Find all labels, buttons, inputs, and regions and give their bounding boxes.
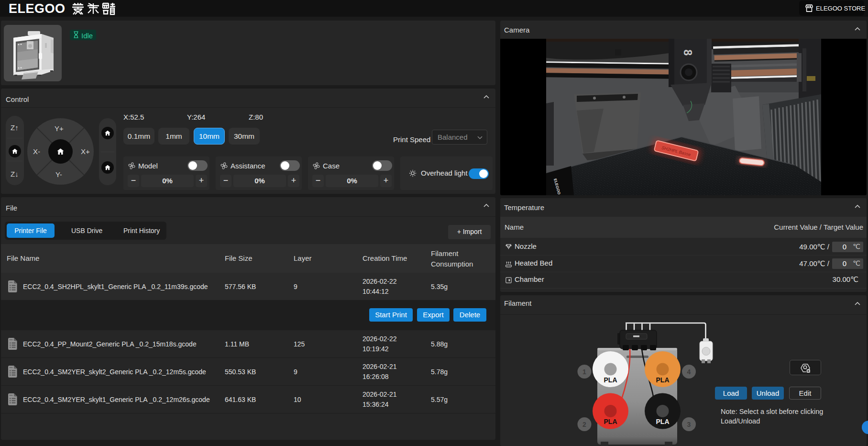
svg-text:4: 4 — [687, 368, 691, 376]
svg-text:PLA: PLA — [656, 418, 670, 425]
svg-text:2: 2 — [582, 421, 586, 428]
svg-text:PLA: PLA — [604, 418, 617, 425]
svg-text:PLA: PLA — [604, 376, 617, 384]
svg-text:1: 1 — [582, 368, 586, 376]
svg-text:8: 8 — [681, 50, 694, 56]
svg-text:PLA: PLA — [656, 376, 670, 384]
svg-text:3: 3 — [687, 421, 691, 428]
